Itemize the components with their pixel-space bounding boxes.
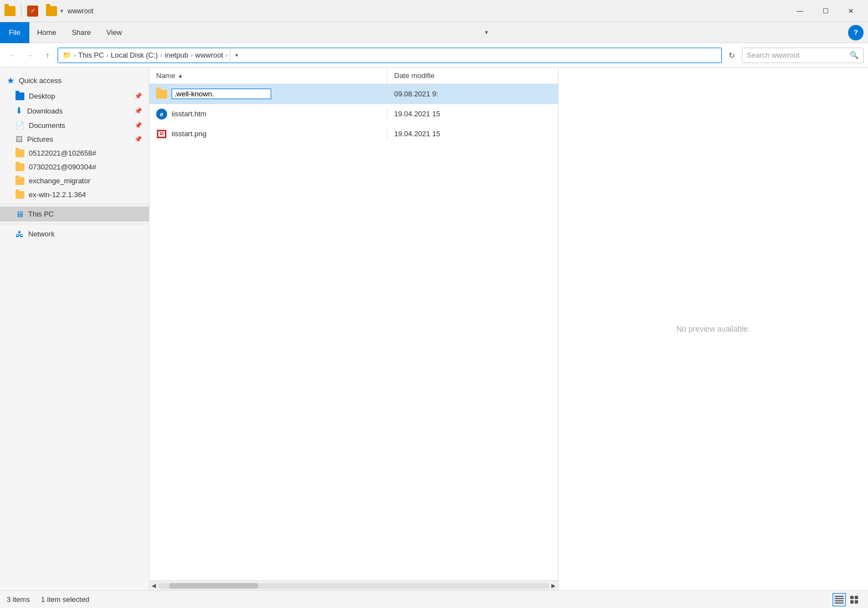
window-controls: — ☐ ✕ (787, 2, 864, 20)
path-wwwroot[interactable]: wwwroot (195, 51, 224, 59)
file-list: 09.08.2021 9: e iisstart.htm 19.04.2021 … (149, 84, 558, 580)
col-sort-icon[interactable]: ▲ (178, 73, 183, 79)
svg-rect-6 (850, 600, 854, 604)
star-icon: ★ (7, 75, 14, 86)
sidebar-item-folder2[interactable]: 07302021@090304# (0, 160, 149, 174)
file-name-cell: 🖼 iisstart.png (149, 128, 388, 140)
sidebar-quick-access[interactable]: ★ Quick access (0, 72, 149, 89)
sidebar-item-folder1[interactable]: 05122021@102658# (0, 146, 149, 160)
sidebar-item-network[interactable]: 🖧 Network (0, 226, 149, 241)
scroll-left-button[interactable]: ◀ (152, 583, 156, 589)
main-layout: ★ Quick access Desktop 📌 ⬇ Downloads 📌 📄… (0, 68, 868, 590)
pin-icon-pics: 📌 (135, 136, 142, 143)
sidebar-item-pictures[interactable]: 🖼 Pictures 📌 (0, 132, 149, 146)
details-view-button[interactable] (833, 593, 846, 606)
maximize-button[interactable]: ☐ (813, 2, 838, 20)
search-icon[interactable]: 🔍 (850, 51, 859, 59)
folder2-label: 07302021@090304# (29, 163, 96, 171)
content-area: Name ▲ Date modifie 09.08.2021 9: e (149, 68, 558, 590)
sidebar-item-this-pc[interactable]: 🖥 This PC (0, 207, 149, 221)
file-date-cell: 09.08.2021 9: (388, 90, 476, 98)
file-name-input[interactable] (172, 89, 271, 99)
path-local-disk[interactable]: Local Disk (C:) (111, 51, 158, 59)
search-placeholder: Search wwwroot (747, 51, 799, 59)
table-row[interactable]: 09.08.2021 9: (149, 84, 558, 104)
col-header-name[interactable]: Name ▲ (149, 68, 388, 84)
sidebar-item-documents[interactable]: 📄 Documents 📌 (0, 118, 149, 132)
scroll-right-button[interactable]: ▶ (551, 583, 556, 589)
large-icons-view-button[interactable] (848, 593, 861, 606)
sidebar-item-downloads[interactable]: ⬇ Downloads 📌 (0, 103, 149, 118)
details-view-icon (835, 596, 844, 604)
sidebar-item-folder4[interactable]: ex-win-12.2.1.364 (0, 188, 149, 202)
folder-file-icon (156, 90, 167, 99)
svg-rect-4 (850, 596, 854, 599)
forward-button[interactable]: → (22, 48, 38, 63)
col-header-date[interactable]: Date modifie (388, 68, 476, 84)
file-name-label: iisstart.htm (172, 110, 206, 118)
pictures-icon: 🖼 (16, 135, 23, 143)
this-pc-icon: 🖥 (16, 209, 24, 219)
this-pc-label: This PC (28, 210, 54, 218)
title-bar-sep (21, 6, 22, 17)
menu-home[interactable]: Home (29, 22, 64, 43)
folder2-icon (16, 163, 24, 171)
path-folder-icon: 📁 (63, 51, 71, 59)
menu-share[interactable]: Share (64, 22, 99, 43)
sidebar-divider1 (0, 204, 149, 204)
menu-help-button[interactable]: ? (848, 25, 864, 40)
pin-icon: 📌 (135, 92, 142, 100)
scroll-thumb[interactable] (169, 583, 258, 589)
address-bar: ← → ↑ 📁 › This PC › Local Disk (C:) › in… (0, 43, 868, 68)
quick-access-label: Quick access (19, 76, 61, 85)
svg-rect-2 (835, 600, 844, 601)
down-arrow-icon[interactable]: ▾ (60, 8, 63, 14)
large-icons-view-icon (850, 596, 859, 604)
folder1-label: 05122021@102658# (29, 149, 96, 157)
window-title: wwwroot (68, 7, 787, 15)
address-dropdown[interactable]: ▾ (230, 48, 243, 63)
item-count: 3 items (7, 595, 30, 604)
back-button[interactable]: ← (4, 48, 20, 63)
path-this-pc[interactable]: This PC (78, 51, 104, 59)
file-date-cell: 19.04.2021 15 (388, 130, 476, 138)
minimize-button[interactable]: — (787, 2, 813, 20)
menu-file[interactable]: File (0, 22, 29, 43)
pin-icon-docs: 📌 (135, 122, 142, 129)
col-date-label: Date modifie (394, 71, 435, 80)
pin-icon-dl: 📌 (135, 107, 142, 115)
sidebar-item-desktop[interactable]: Desktop 📌 (0, 89, 149, 103)
folder1-icon (16, 150, 24, 157)
downloads-icon: ⬇ (16, 106, 23, 116)
refresh-button[interactable]: ↻ (724, 48, 740, 63)
selected-count: 1 item selected (41, 595, 89, 604)
sidebar-item-folder3[interactable]: exchange_migrator (0, 174, 149, 188)
close-button[interactable]: ✕ (838, 2, 864, 20)
checkmark-icon: ✓ (27, 6, 38, 17)
scroll-track (158, 583, 549, 589)
no-preview-text: No preview available. (676, 324, 750, 333)
table-row[interactable]: 🖼 iisstart.png 19.04.2021 15 (149, 124, 558, 144)
menu-bar: File Home Share View ▾ ? (0, 22, 868, 43)
table-row[interactable]: e iisstart.htm 19.04.2021 15 (149, 104, 558, 124)
scrollbar-area: ◀ ▶ (149, 580, 558, 590)
sidebar: ★ Quick access Desktop 📌 ⬇ Downloads 📌 📄… (0, 68, 149, 590)
ie-file-icon: e (156, 109, 167, 120)
menu-view[interactable]: View (99, 22, 130, 43)
title-bar-icons: ✓ ▾ (4, 6, 63, 17)
downloads-label: Downloads (27, 107, 63, 115)
sidebar-divider2 (0, 224, 149, 224)
col-name-label: Name (156, 71, 175, 80)
path-inetpub[interactable]: inetpub (165, 51, 189, 59)
address-path[interactable]: 📁 › This PC › Local Disk (C:) › inetpub … (58, 48, 722, 63)
file-name-cell: e iisstart.htm (149, 109, 388, 120)
folder-icon2-title (46, 6, 57, 16)
folder3-icon (16, 177, 24, 185)
png-file-icon: 🖼 (156, 128, 167, 140)
file-date-cell: 19.04.2021 15 (388, 110, 476, 118)
preview-pane: No preview available. (558, 68, 868, 590)
title-bar: ✓ ▾ wwwroot — ☐ ✕ (0, 0, 868, 22)
search-box[interactable]: Search wwwroot 🔍 (742, 48, 864, 63)
menu-chevron-icon[interactable]: ▾ (485, 29, 493, 36)
up-button[interactable]: ↑ (40, 48, 55, 63)
